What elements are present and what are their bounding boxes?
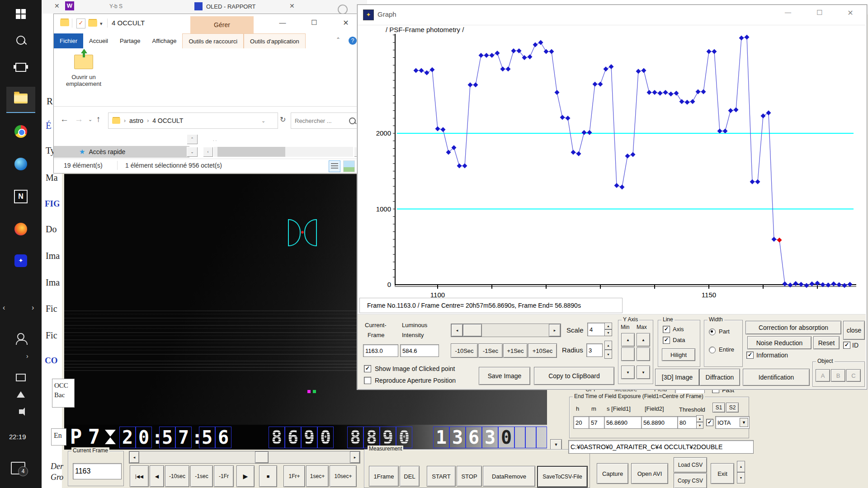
measure-start-button[interactable]: START: [427, 466, 456, 487]
taskbar-clock[interactable]: 22:19: [9, 433, 26, 441]
ribbon-collapse-icon[interactable]: ⌃: [336, 37, 340, 43]
data-remove-button[interactable]: DataRemove: [483, 466, 535, 487]
graph-current-frame-input[interactable]: 1163.0: [363, 344, 398, 357]
minimize-icon[interactable]: —: [778, 9, 798, 21]
spinner-up-icon[interactable]: ▲: [737, 461, 745, 472]
breadcrumb-dropdown-icon[interactable]: ⌄: [261, 118, 265, 124]
yaxis-max-mid-button[interactable]: [637, 347, 650, 361]
close-icon[interactable]: ✕: [840, 9, 860, 21]
play-button[interactable]: ▶: [236, 465, 255, 487]
tab-outils-application[interactable]: Outils d'application: [244, 33, 306, 49]
yaxis-max-down-button[interactable]: ▼: [637, 366, 650, 379]
width-entire-radio[interactable]: [709, 347, 716, 353]
minus-1sec-button[interactable]: -1sec: [190, 465, 213, 487]
load-csv-button[interactable]: Load CSV: [674, 457, 707, 473]
open-avi-button[interactable]: Open AVI: [631, 463, 668, 484]
qat-properties-icon[interactable]: ✓: [76, 19, 85, 28]
measure-1frame-button[interactable]: 1Frame: [369, 466, 399, 487]
second-field1-input[interactable]: 56.8690: [604, 416, 643, 429]
overlay-dropdown-button[interactable]: ▼: [550, 439, 562, 450]
people-button[interactable]: [10, 326, 31, 347]
tab-outils-raccourci[interactable]: Outils de raccourci: [182, 33, 244, 49]
notification-center-button[interactable]: 4: [11, 462, 25, 474]
nav-forward-icon[interactable]: →: [75, 114, 83, 124]
view-thumbnail-icon[interactable]: [343, 160, 355, 172]
yaxis-min-down-button[interactable]: ▼: [621, 366, 635, 379]
taskbar-item-stellarium[interactable]: ✦: [10, 250, 31, 271]
breadcrumb-item-4occult[interactable]: 4 OCCULT: [152, 117, 183, 124]
taskbar-item-firefox[interactable]: [10, 219, 31, 239]
measure-stop-button[interactable]: STOP: [457, 466, 482, 487]
radius-input[interactable]: 3: [586, 343, 603, 357]
photometry-chart[interactable]: 01000200011001150: [358, 25, 866, 303]
maximize-icon[interactable]: ☐: [305, 19, 323, 30]
tab-accueil[interactable]: Accueil: [83, 33, 114, 48]
hscroll-left-icon[interactable]: ‹: [203, 147, 213, 157]
search-icon[interactable]: [349, 117, 356, 124]
copy-csv-button[interactable]: Copy CSV: [674, 473, 707, 488]
scroll-left-icon[interactable]: ‹: [3, 304, 5, 312]
plus-10sec-graph-button[interactable]: +10Sec: [528, 343, 557, 358]
help-icon[interactable]: ?: [349, 37, 357, 45]
object-a-button[interactable]: A: [816, 369, 830, 382]
minus-1frame-button[interactable]: -1Fr: [214, 465, 234, 487]
right-spinner[interactable]: ▲ ▼: [737, 461, 745, 483]
volume-icon[interactable]: [10, 401, 31, 422]
hour-input[interactable]: 20: [573, 416, 590, 429]
scroll-up-icon[interactable]: ⌃: [187, 134, 198, 144]
graph-luminous-input[interactable]: 584.6: [400, 344, 439, 357]
information-checkbox[interactable]: ✓: [746, 352, 754, 359]
start-button[interactable]: [10, 4, 31, 24]
minute-input[interactable]: 57: [589, 416, 606, 429]
taskbar-item-chrome[interactable]: [10, 121, 31, 142]
qat-customize-icon[interactable]: ▾: [100, 21, 103, 27]
line-data-checkbox[interactable]: ✓: [663, 337, 670, 344]
copy-clipboard-button[interactable]: Copy to ClipBoard: [534, 367, 614, 385]
yaxis-min-mid-button[interactable]: [621, 347, 635, 361]
step-back-button[interactable]: ◀: [150, 465, 164, 487]
slider-right-arrow[interactable]: ▸: [350, 451, 360, 463]
close-graph-button[interactable]: close: [843, 321, 865, 340]
plus-10sec-button[interactable]: 10sec+: [330, 465, 357, 487]
breadcrumb-chevron-icon[interactable]: ›: [147, 117, 149, 124]
tray-expand-icon[interactable]: ›: [26, 352, 28, 360]
maximize-icon[interactable]: ☐: [810, 9, 830, 21]
minus-1sec-graph-button[interactable]: -1Sec: [478, 343, 503, 358]
taskbar-item-edge[interactable]: [10, 154, 31, 174]
stop-button[interactable]: ■: [259, 465, 277, 487]
graph-scrollbar[interactable]: ◂ ▸: [451, 324, 561, 337]
threshold-spinner[interactable]: ▲▼: [696, 415, 703, 429]
graph-scroll-thumb[interactable]: [463, 324, 482, 337]
scale-spinner[interactable]: ▲▼: [604, 323, 612, 336]
hscrollbar[interactable]: [214, 147, 353, 157]
graph-titlebar[interactable]: ✦ Graph — ☐ ✕: [358, 5, 866, 25]
tab-fichier[interactable]: Fichier: [54, 33, 83, 48]
plus-1sec-button[interactable]: 1sec+: [306, 465, 329, 487]
yaxis-max-up-button[interactable]: ▲: [637, 333, 650, 347]
manage-contextual-tab[interactable]: Gérer: [190, 16, 254, 33]
correction-absorption-button[interactable]: Correction for absorption: [745, 321, 841, 334]
minimize-icon[interactable]: —: [274, 19, 292, 30]
scroll-right-icon[interactable]: ›: [32, 304, 34, 312]
show-image-checkbox[interactable]: ✓: [364, 365, 371, 372]
slider-thumb[interactable]: [255, 451, 269, 463]
reproduce-checkbox[interactable]: [364, 377, 371, 384]
plus-1sec-graph-button[interactable]: +1Sec: [503, 343, 528, 358]
measure-del-button[interactable]: DEL: [400, 466, 420, 487]
threshold-input[interactable]: 80: [677, 416, 699, 429]
view-list-icon[interactable]: [329, 160, 340, 172]
tab-partage[interactable]: Partage: [114, 33, 146, 48]
radius-spinner[interactable]: ▲▼: [604, 341, 612, 359]
noise-reduction-button[interactable]: Noise Reduction: [747, 336, 811, 349]
close-icon[interactable]: ✕: [289, 2, 295, 9]
slider-left-arrow[interactable]: ◂: [129, 451, 139, 463]
s1-button[interactable]: S1: [712, 403, 725, 413]
minus-10sec-button[interactable]: -10sec: [165, 465, 189, 487]
close-icon[interactable]: ✕: [337, 19, 355, 30]
refresh-icon[interactable]: ↻: [280, 115, 286, 124]
line-axis-checkbox[interactable]: ✓: [663, 326, 670, 333]
graph-scroll-left[interactable]: ◂: [451, 324, 463, 337]
quick-access-row[interactable]: ★ Accès rapide: [54, 146, 189, 158]
frame-slider[interactable]: ◂ ▸: [129, 451, 360, 464]
breadcrumb-chevron-icon[interactable]: ›: [124, 117, 126, 124]
